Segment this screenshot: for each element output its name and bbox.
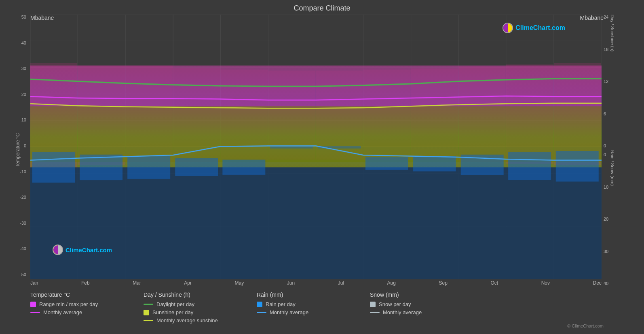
- legend-sunshine-title: Day / Sunshine (h): [144, 291, 241, 298]
- sunshine-day-label: Sunshine per day: [152, 309, 193, 315]
- svg-rect-50: [556, 151, 599, 181]
- legend-temp-title: Temperature °C: [30, 291, 127, 298]
- logo-text-bottom: ClimeChart.com: [65, 247, 112, 253]
- legend-temp-avg: Monthly average: [30, 309, 127, 315]
- x-label-jul: Jul: [338, 280, 344, 286]
- legend-temp-range: Range min / max per day: [30, 301, 127, 307]
- snow-day-label: Snow per day: [379, 301, 411, 307]
- legend-temp-group: Temperature °C Range min / max per day M…: [30, 291, 127, 323]
- legend-daylight: Daylight per day: [144, 301, 241, 307]
- y-tick: 20: [21, 92, 26, 97]
- sunshine-avg-swatch: [144, 320, 153, 321]
- y-tick: -40: [20, 246, 26, 251]
- temp-range-label: Range min / max per day: [39, 301, 98, 307]
- legend-rain-title: Rain (mm): [257, 291, 354, 298]
- temp-avg-swatch: [30, 312, 40, 313]
- y-right-sunshine-12: 12: [604, 79, 608, 84]
- logo-text-top: ClimeChart.com: [515, 24, 565, 32]
- y-right-rain-20: 20: [604, 217, 608, 221]
- rain-day-swatch: [257, 302, 262, 307]
- legend-sunshine-group: Day / Sunshine (h) Daylight per day Suns…: [144, 291, 241, 323]
- snow-day-swatch: [370, 302, 376, 307]
- legend-sunshine-day: Sunshine per day: [144, 309, 241, 315]
- y-right-rain-10: 10: [604, 185, 608, 189]
- rain-avg-swatch: [257, 312, 266, 313]
- sunshine-day-swatch: [144, 310, 149, 315]
- legend-sunshine-avg: Monthly average sunshine: [144, 317, 241, 323]
- svg-rect-47: [413, 156, 456, 172]
- y-right-rain-0: 0: [604, 152, 608, 157]
- x-label-jan: Jan: [30, 280, 38, 286]
- legend-snow-title: Snow (mm): [370, 291, 467, 298]
- y-tick: -10: [20, 169, 26, 174]
- x-label-dec: Dec: [593, 280, 602, 286]
- y-tick: 50: [21, 15, 26, 19]
- y-tick: -30: [20, 221, 26, 226]
- legend-rain-avg: Monthly average: [257, 309, 354, 315]
- svg-rect-40: [80, 155, 122, 180]
- y-right-rain-label: Rain / Snow (mm): [610, 150, 615, 286]
- temp-range-swatch: [30, 302, 36, 307]
- x-axis: Jan Feb Mar Apr May Jun Jul Aug Sep Oct …: [30, 279, 602, 286]
- x-label-oct: Oct: [490, 280, 498, 286]
- y-right-rain-40: 40: [604, 281, 608, 286]
- y-right-sunshine-18: 18: [604, 47, 608, 52]
- y-tick: -50: [20, 272, 26, 277]
- temp-avg-label: Monthly average: [43, 309, 82, 315]
- copyright: © ClimeChart.com: [8, 323, 636, 330]
- x-label-apr: Apr: [184, 280, 192, 286]
- y-left-axis-label: Temperature °C: [15, 133, 21, 167]
- y-tick: 10: [21, 117, 26, 122]
- x-label-jun: Jun: [287, 280, 295, 286]
- x-label-nov: Nov: [541, 280, 550, 286]
- x-label-aug: Aug: [387, 280, 396, 286]
- legend-rain-group: Rain (mm) Rain per day Monthly average: [257, 291, 354, 323]
- svg-rect-46: [365, 157, 408, 170]
- svg-rect-39: [32, 152, 75, 183]
- y-right-sunshine-label: Day / Sunshine (h): [610, 15, 615, 150]
- svg-rect-49: [508, 152, 551, 180]
- logo-bottom-left: ClimeChart.com: [53, 245, 112, 255]
- legend-snow-day: Snow per day: [370, 301, 467, 307]
- svg-rect-41: [127, 156, 170, 179]
- y-tick: 0: [24, 143, 26, 148]
- y-right-sunshine-0: 0: [604, 143, 608, 148]
- rain-avg-label: Monthly average: [270, 309, 308, 315]
- daylight-label: Daylight per day: [156, 301, 194, 307]
- legend-area: Temperature °C Range min / max per day M…: [8, 288, 636, 323]
- svg-rect-42: [175, 158, 218, 176]
- x-label-feb: Feb: [81, 280, 90, 286]
- legend-snow-avg: Monthly average: [370, 309, 467, 315]
- y-right-sunshine-6: 6: [604, 111, 608, 116]
- legend-rain-day: Rain per day: [257, 301, 354, 307]
- svg-rect-43: [222, 160, 265, 175]
- chart-title: Compare Climate: [8, 4, 636, 13]
- rain-day-label: Rain per day: [266, 301, 296, 307]
- snow-avg-swatch: [370, 312, 380, 313]
- y-right-sunshine-24: 24: [604, 15, 608, 19]
- x-label-sep: Sep: [439, 280, 448, 286]
- daylight-swatch: [144, 304, 153, 305]
- logo-top-right: ClimeChart.com: [503, 23, 565, 33]
- sunshine-avg-label: Monthly average sunshine: [156, 317, 218, 323]
- main-chart: [30, 15, 602, 279]
- y-tick: 40: [21, 40, 26, 45]
- x-label-mar: Mar: [133, 280, 141, 286]
- legend-snow-group: Snow (mm) Snow per day Monthly average: [370, 291, 467, 323]
- y-tick: -20: [20, 195, 26, 200]
- x-label-may: May: [235, 280, 244, 286]
- y-tick: 30: [21, 66, 26, 71]
- y-right-rain-30: 30: [604, 249, 608, 254]
- snow-avg-label: Monthly average: [383, 309, 422, 315]
